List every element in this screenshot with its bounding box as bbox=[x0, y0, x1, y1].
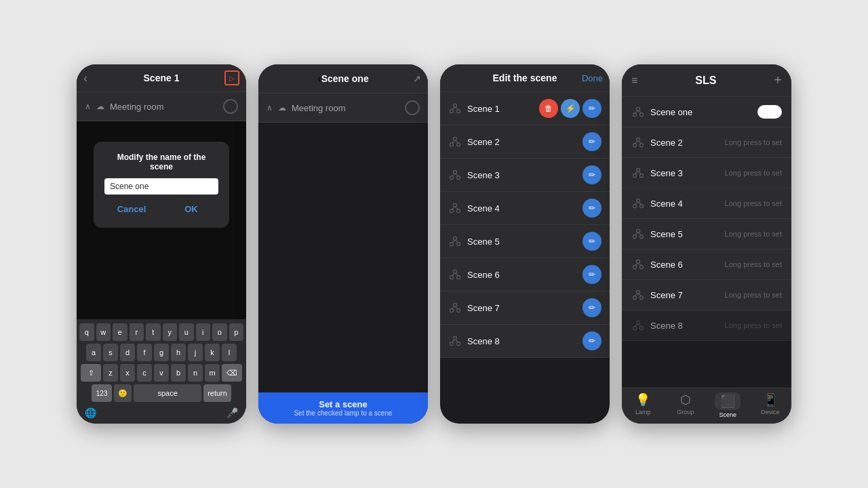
svg-point-37 bbox=[457, 342, 460, 346]
key-o[interactable]: o bbox=[212, 323, 227, 341]
scene-name-input[interactable] bbox=[104, 178, 218, 195]
mic-icon[interactable]: 🎤 bbox=[226, 407, 238, 418]
key-s[interactable]: s bbox=[103, 344, 118, 361]
screen1-phone: ‹ Scene 1 ∧ ☁ Meeting room Modify the na… bbox=[77, 64, 246, 424]
screen4-tri-icon-7 bbox=[631, 288, 645, 302]
screen4-tri-icon-8 bbox=[631, 319, 645, 332]
svg-point-42 bbox=[640, 113, 644, 117]
flash-scene-button[interactable]: ⚡ bbox=[561, 99, 580, 118]
scene-list-item-2[interactable]: Scene 2 ✏ bbox=[440, 125, 610, 159]
edit-scene-button-3[interactable]: ✏ bbox=[583, 165, 601, 184]
key-n[interactable]: n bbox=[188, 364, 203, 382]
key-i[interactable]: i bbox=[196, 323, 211, 341]
key-v[interactable]: v bbox=[154, 364, 169, 382]
scene-list-item-5[interactable]: Scene 5 ✏ bbox=[440, 225, 610, 258]
hamburger-icon[interactable]: ≡ bbox=[631, 75, 637, 87]
key-y[interactable]: y bbox=[163, 323, 178, 341]
num-key[interactable]: 123 bbox=[92, 384, 112, 402]
export-icon[interactable]: ↗ bbox=[413, 73, 421, 84]
edit-scene-button-1[interactable]: ✏ bbox=[583, 99, 601, 118]
key-t[interactable]: t bbox=[146, 323, 161, 341]
scene-list-item-7[interactable]: Scene 7 ✏ bbox=[440, 291, 610, 325]
svg-point-1 bbox=[450, 110, 454, 113]
svg-point-65 bbox=[637, 260, 640, 263]
scene-toggle-1[interactable] bbox=[757, 105, 782, 119]
emoji-key[interactable]: 🙂 bbox=[114, 384, 132, 402]
screen4-item-name-4: Scene 4 bbox=[650, 199, 725, 209]
shift-key[interactable]: ⇧ bbox=[81, 364, 101, 382]
scene-list-item-6[interactable]: Scene 6 ✏ bbox=[440, 258, 610, 291]
return-key[interactable]: return bbox=[203, 384, 231, 402]
screen4-tri-icon-5 bbox=[631, 227, 645, 241]
delete-key[interactable]: ⌫ bbox=[222, 364, 242, 382]
svg-point-32 bbox=[457, 309, 460, 312]
scene-list-item-8[interactable]: Scene 8 ✏ bbox=[440, 325, 610, 358]
svg-point-66 bbox=[633, 266, 637, 269]
key-d[interactable]: d bbox=[120, 344, 135, 361]
key-z[interactable]: z bbox=[103, 364, 118, 382]
key-q[interactable]: q bbox=[79, 323, 94, 341]
scene-list-item-4[interactable]: Scene 4 ✏ bbox=[440, 192, 610, 225]
screen4-tri-icon-6 bbox=[631, 258, 645, 271]
key-p[interactable]: p bbox=[229, 323, 244, 341]
edit-scene-button-8[interactable]: ✏ bbox=[583, 331, 601, 350]
screen4-item-5[interactable]: Scene 5 Long press to set bbox=[622, 219, 791, 249]
screen4-item-1[interactable]: Scene one bbox=[622, 97, 791, 127]
ok-button[interactable]: OK bbox=[164, 201, 218, 217]
edit-scene-button-7[interactable]: ✏ bbox=[583, 298, 601, 317]
edit-scene-button-4[interactable]: ✏ bbox=[583, 199, 601, 218]
svg-line-29 bbox=[455, 273, 458, 275]
plus-icon[interactable]: + bbox=[774, 73, 782, 88]
nav-group[interactable]: ⬡ Group bbox=[665, 392, 707, 418]
screen4-item-7[interactable]: Scene 7 Long press to set bbox=[622, 280, 791, 310]
key-u[interactable]: u bbox=[179, 323, 194, 341]
globe-icon[interactable]: 🌐 bbox=[85, 407, 96, 418]
cancel-button[interactable]: Cancel bbox=[104, 201, 159, 217]
edit-scene-button-6[interactable]: ✏ bbox=[583, 265, 601, 284]
svg-point-67 bbox=[640, 266, 644, 269]
svg-line-44 bbox=[638, 110, 642, 113]
screen4-item-2[interactable]: Scene 2 Long press to set bbox=[622, 127, 791, 158]
key-f[interactable]: f bbox=[137, 344, 152, 361]
nav-device[interactable]: 📱 Device bbox=[749, 392, 792, 418]
svg-point-5 bbox=[454, 137, 457, 140]
screen4-item-4[interactable]: Scene 4 Long press to set bbox=[622, 188, 791, 219]
scene-list-item-1[interactable]: Scene 1 🗑 ⚡ ✏ bbox=[440, 92, 610, 125]
circle-toggle[interactable] bbox=[223, 99, 238, 114]
key-l[interactable]: l bbox=[222, 344, 237, 361]
key-h[interactable]: h bbox=[171, 344, 186, 361]
done-button[interactable]: Done bbox=[582, 73, 603, 83]
key-w[interactable]: w bbox=[96, 323, 111, 341]
key-r[interactable]: r bbox=[130, 323, 144, 341]
key-row-1: q w e r t y u i o p bbox=[79, 323, 243, 341]
edit-scene-button-2[interactable]: ✏ bbox=[583, 132, 601, 151]
back-button[interactable]: ‹ bbox=[83, 71, 87, 85]
scene-list-item-3[interactable]: Scene 3 ✏ bbox=[440, 159, 610, 192]
svg-line-79 bbox=[638, 324, 642, 326]
nav-scene[interactable]: ⬛ Scene bbox=[707, 392, 749, 418]
svg-line-63 bbox=[635, 232, 638, 235]
edit-scene-button-5[interactable]: ✏ bbox=[583, 232, 601, 251]
key-j[interactable]: j bbox=[188, 344, 203, 361]
screen4-title: SLS bbox=[695, 75, 716, 87]
delete-scene-button[interactable]: 🗑 bbox=[539, 99, 558, 118]
screen4-item-3[interactable]: Scene 3 Long press to set bbox=[622, 158, 791, 188]
key-g[interactable]: g bbox=[154, 344, 169, 361]
key-e[interactable]: e bbox=[113, 323, 127, 341]
screen4-item-6[interactable]: Scene 6 Long press to set bbox=[622, 249, 791, 280]
key-x[interactable]: x bbox=[120, 364, 135, 382]
screen4-item-name-7: Scene 7 bbox=[650, 290, 725, 300]
space-key[interactable]: space bbox=[134, 384, 201, 402]
key-b[interactable]: b bbox=[171, 364, 186, 382]
key-a[interactable]: a bbox=[86, 344, 101, 361]
screen2-circle-toggle[interactable] bbox=[405, 100, 420, 115]
key-k[interactable]: k bbox=[205, 344, 220, 361]
key-c[interactable]: c bbox=[137, 364, 152, 382]
set-a-scene-button[interactable]: Set a scene Set the checked lamp to a sc… bbox=[258, 392, 428, 424]
key-m[interactable]: m bbox=[205, 364, 220, 382]
nav-lamp[interactable]: 💡 Lamp bbox=[622, 392, 665, 418]
screen4-item-8[interactable]: Scene 8 Long press to set bbox=[622, 310, 791, 341]
scene-item-name-1: Scene 1 bbox=[467, 104, 536, 114]
scene-edit-icon[interactable] bbox=[224, 70, 239, 85]
svg-point-71 bbox=[633, 296, 637, 300]
